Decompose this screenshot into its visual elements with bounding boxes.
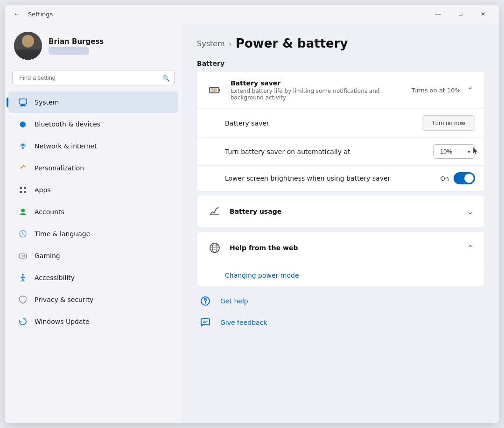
toggle-knob [464,174,474,183]
help-header-row[interactable]: Help from the web ⌃ [197,232,484,264]
minimize-button[interactable]: — [427,7,449,21]
svg-point-6 [22,35,34,47]
sidebar: Brian Burgess ████████ 🔍 System [5,23,182,423]
back-button[interactable]: ← [10,7,23,21]
svg-rect-12 [20,187,22,189]
battery-usage-expand: ⌄ [465,205,475,218]
help-title: Help from the web [230,244,459,252]
sidebar-item-accessibility[interactable]: Accessibility [8,267,178,288]
give-feedback-link[interactable]: Give feedback [220,319,267,326]
network-icon [18,141,28,151]
give-feedback-icon [197,314,214,331]
battery-usage-row[interactable]: Battery usage ⌄ [197,196,484,227]
sidebar-item-bluetooth[interactable]: ⬢ Bluetooth & devices [8,113,178,135]
sidebar-item-accounts[interactable]: Accounts [8,201,178,223]
search-input[interactable] [12,70,175,85]
sidebar-item-label-gaming: Gaming [35,252,60,260]
sidebar-item-network[interactable]: Network & internet [8,135,178,157]
accounts-icon [18,207,28,217]
battery-saver-inner-row-2: Lower screen brightness when using batte… [197,166,484,191]
sidebar-item-privacy[interactable]: Privacy & security [8,289,178,310]
help-card: Help from the web ⌃ Changing power mode [197,232,484,286]
breadcrumb-parent: System [197,39,225,48]
turn-on-now-button[interactable]: Turn on now [422,115,475,131]
battery-threshold-dropdown-wrap: 10% Never 5% 15% 20% 25% 30% ▾ [433,144,475,159]
sidebar-item-label-network: Network & internet [35,142,97,150]
battery-saver-icon [206,82,223,98]
user-subtitle: ████████ [49,47,89,55]
svg-point-23 [24,255,25,256]
title-bar: ← Settings — □ ✕ [5,5,499,23]
privacy-icon [18,295,28,305]
user-section: Brian Burgess ████████ [5,23,182,68]
battery-threshold-dropdown[interactable]: 10% Never 5% 15% 20% 25% 30% [433,144,475,159]
search-icon: 🔍 [162,74,170,81]
svg-line-19 [23,234,24,235]
battery-saver-inner-row-1: Turn battery saver on automatically at 1… [197,138,484,166]
get-help-row: Get help [197,293,484,309]
gaming-icon [18,251,28,261]
user-info: Brian Burgess ████████ [49,37,173,55]
window-controls: — □ ✕ [427,7,494,21]
turns-on-label: Turns on at 10% [412,87,461,94]
battery-usage-text: Battery usage [230,208,459,215]
apps-icon [18,185,28,195]
svg-line-29 [23,279,24,281]
close-button[interactable]: ✕ [472,7,494,21]
windows-update-icon [18,316,28,327]
content-area: System › Power & battery Battery [182,23,499,423]
bluetooth-icon: ⬢ [18,119,28,129]
sidebar-item-label-system: System [35,98,59,106]
svg-rect-40 [201,319,210,325]
help-icon [206,239,223,256]
svg-point-10 [22,147,24,149]
battery-section-title: Battery [197,60,484,67]
sidebar-item-windows-update[interactable]: Windows Update [8,311,178,332]
get-help-icon [197,293,214,309]
sidebar-item-personalization[interactable]: Personalization [8,157,178,179]
svg-rect-8 [21,105,25,105]
svg-rect-11 [20,165,24,169]
get-help-link[interactable]: Get help [220,297,248,305]
main-layout: Brian Burgess ████████ 🔍 System [5,23,499,423]
sidebar-item-apps[interactable]: Apps [8,179,178,201]
avatar [14,32,42,60]
battery-saver-expand-button[interactable]: ⌃ [465,84,475,97]
battery-saver-title: Battery saver [231,79,404,87]
breadcrumb-current: Power & battery [236,36,348,50]
sidebar-item-label-time: Time & language [35,230,90,238]
battery-saver-inner-label-0: Battery saver [225,119,422,127]
svg-rect-7 [19,99,27,104]
svg-rect-9 [20,105,26,106]
svg-rect-31 [219,89,220,91]
battery-usage-icon [206,203,223,220]
battery-saver-inner-label-2: Lower screen brightness when using batte… [225,175,441,182]
help-link-row-0: Changing power mode [197,264,484,286]
battery-saver-card: Battery saver Extend battery life by lim… [197,72,484,191]
sidebar-item-system[interactable]: System [8,91,178,113]
brightness-toggle-wrap: On [441,172,475,184]
svg-point-25 [22,274,24,276]
svg-rect-15 [24,191,26,193]
sidebar-item-time[interactable]: Time & language [8,223,178,245]
title-bar-left: ← Settings [10,7,427,21]
svg-rect-14 [20,191,22,193]
brightness-toggle[interactable] [454,172,475,184]
svg-point-39 [205,303,206,304]
sidebar-item-gaming[interactable]: Gaming [8,245,178,267]
sidebar-item-label-personalization: Personalization [35,164,84,172]
give-feedback-row: Give feedback [197,314,484,331]
breadcrumb-separator: › [229,39,232,49]
battery-saver-text: Battery saver Extend battery life by lim… [231,79,404,101]
help-expand-button[interactable]: ⌃ [465,242,475,254]
settings-window: ← Settings — □ ✕ [5,5,499,423]
battery-usage-expand-button[interactable]: ⌄ [465,205,475,218]
battery-usage-title: Battery usage [230,208,459,215]
maximize-button[interactable]: □ [450,7,471,21]
battery-saver-action: Turns on at 10% ⌃ [412,84,475,97]
search-box: 🔍 [12,70,175,85]
brightness-toggle-label: On [441,175,449,182]
sidebar-nav: System ⬢ Bluetooth & devices Network & i… [5,91,182,333]
changing-power-mode-link[interactable]: Changing power mode [225,272,299,279]
system-icon [18,97,28,107]
